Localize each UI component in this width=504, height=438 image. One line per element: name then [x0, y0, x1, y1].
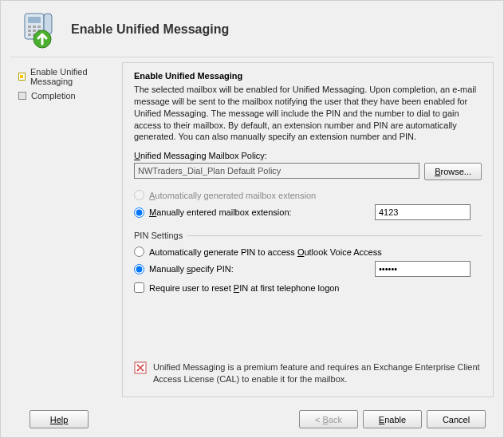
back-button: < Back — [299, 410, 358, 428]
extension-manual-radio-row: Manually entered mailbox extension: — [134, 203, 482, 221]
svg-point-16 — [137, 369, 139, 371]
divider — [10, 57, 494, 57]
wizard-content: Enable Unified Messaging The selected ma… — [122, 62, 494, 397]
extension-auto-radio-row: Automatically generated mailbox extensio… — [134, 190, 482, 200]
cancel-button[interactable]: Cancel — [427, 410, 486, 428]
wizard-title: Enable Unified Messaging — [71, 22, 229, 37]
pin-auto-radio-row: Automatically generate PIN to access Out… — [134, 247, 482, 257]
phone-um-icon — [20, 10, 58, 49]
help-button[interactable]: Help — [30, 410, 89, 428]
step-label: Completion — [31, 91, 76, 101]
extension-input[interactable] — [375, 204, 471, 220]
pin-manual-radio[interactable] — [134, 264, 144, 274]
pin-settings-label: PIN Settings — [134, 231, 183, 240]
pin-auto-label: Automatically generate PIN to access Out… — [149, 247, 382, 257]
enable-button[interactable]: Enable — [363, 410, 422, 428]
pin-auto-radio[interactable] — [134, 247, 144, 257]
require-reset-label: Require user to reset PIN at first telep… — [149, 283, 339, 293]
pin-manual-radio-row: Manually specify PIN: — [134, 260, 482, 278]
svg-rect-4 — [37, 26, 41, 28]
svg-rect-3 — [33, 26, 36, 28]
svg-rect-1 — [28, 17, 41, 23]
pin-settings-group: PIN Settings — [134, 231, 482, 240]
pin-input[interactable] — [375, 261, 471, 277]
extension-auto-radio — [134, 190, 144, 200]
svg-rect-8 — [28, 34, 31, 36]
require-reset-checkbox[interactable] — [134, 282, 144, 293]
um-policy-input — [134, 163, 419, 179]
page-description: The selected mailbox will be enabled for… — [134, 84, 482, 143]
svg-point-17 — [142, 369, 144, 371]
pin-manual-label: Manually specify PIN: — [149, 264, 234, 274]
svg-rect-5 — [28, 30, 31, 32]
step-label: Enable Unified Messaging — [30, 67, 119, 86]
policy-label: Unified Messaging Mailbox Policy: — [134, 151, 482, 160]
extension-manual-radio[interactable] — [134, 207, 144, 218]
info-text: Unified Messaging is a premium feature a… — [153, 361, 482, 385]
extension-manual-label: Manually entered mailbox extension: — [149, 207, 292, 217]
wizard-footer: Help < Back Enable Cancel — [1, 397, 503, 428]
svg-point-14 — [137, 365, 139, 366]
info-note: Unified Messaging is a premium feature a… — [134, 361, 482, 385]
extension-auto-label: Automatically generated mailbox extensio… — [149, 191, 316, 200]
page-title: Enable Unified Messaging — [134, 71, 482, 81]
browse-button[interactable]: Browse... — [424, 163, 482, 180]
svg-rect-2 — [28, 26, 31, 28]
wizard-header: Enable Unified Messaging — [1, 1, 503, 57]
step-active-icon — [18, 73, 26, 81]
sidebar-step-enable-um: Enable Unified Messaging — [18, 67, 119, 86]
require-reset-row: Require user to reset PIN at first telep… — [134, 282, 482, 293]
info-icon — [134, 361, 147, 374]
svg-point-15 — [142, 365, 144, 366]
wizard-sidebar: Enable Unified Messaging Completion — [10, 62, 122, 397]
step-inactive-icon — [18, 92, 26, 100]
svg-rect-6 — [33, 30, 36, 32]
sidebar-step-completion: Completion — [18, 91, 119, 101]
